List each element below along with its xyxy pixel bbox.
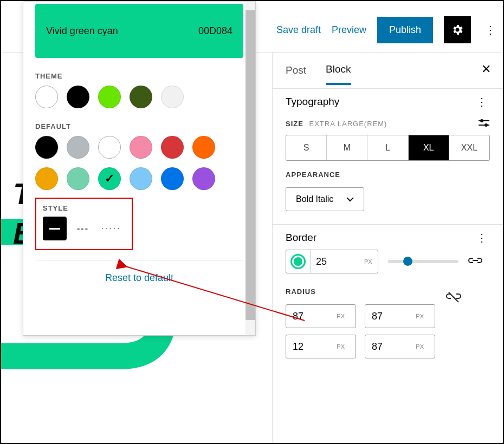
tab-block[interactable]: Block — [326, 63, 351, 85]
border-unit[interactable]: PX — [359, 258, 378, 265]
radius-br-input[interactable] — [371, 341, 398, 353]
default-swatch[interactable] — [67, 167, 89, 190]
default-swatch[interactable] — [161, 136, 184, 159]
border-width-input[interactable] — [310, 250, 359, 273]
slider-thumb[interactable] — [403, 257, 412, 266]
size-option-xl[interactable]: XL — [409, 135, 449, 160]
default-swatches — [35, 136, 243, 190]
default-swatch[interactable] — [192, 136, 215, 159]
border-color-button[interactable] — [290, 254, 306, 269]
color-hex: 00D084 — [198, 25, 232, 37]
color-name: Vivid green cyan — [46, 25, 118, 37]
default-swatch[interactable] — [35, 167, 58, 190]
radius-grid: PX PX PX PX — [286, 304, 435, 358]
radius-tr-input[interactable] — [371, 310, 398, 323]
block-settings-panel: Post Block ✕ Typography ⋮ SIZE EXTRA LAR… — [272, 53, 503, 443]
style-label: STYLE — [43, 204, 125, 212]
sliders-icon — [478, 118, 490, 128]
selected-color-chip[interactable]: Vivid green cyan 00D084 — [35, 4, 243, 58]
link-sides-button[interactable] — [468, 255, 482, 269]
svg-point-1 — [484, 123, 488, 127]
size-option-l[interactable]: L — [367, 135, 408, 160]
default-swatch[interactable] — [192, 167, 215, 190]
more-menu-button[interactable]: ⋮ — [482, 23, 499, 36]
svg-point-0 — [480, 119, 483, 122]
typography-title: Typography — [286, 96, 339, 108]
size-option-m[interactable]: M — [327, 135, 367, 160]
default-swatch[interactable] — [161, 167, 184, 190]
popover-scrollbar-thumb[interactable] — [245, 10, 255, 320]
radius-label: RADIUS — [286, 288, 316, 296]
size-button-group: S M L XL XXL — [286, 135, 490, 161]
appearance-label: APPEARANCE — [286, 171, 340, 179]
appearance-select[interactable]: Bold Italic — [286, 187, 364, 211]
radius-unit[interactable]: PX — [331, 313, 350, 319]
theme-label: THEME — [35, 72, 243, 80]
size-option-s[interactable]: S — [286, 135, 327, 160]
size-label: SIZE — [286, 120, 303, 128]
chevron-down-icon — [346, 197, 354, 202]
size-custom-toggle[interactable] — [478, 118, 490, 129]
border-style-dashed[interactable]: --- — [71, 217, 95, 240]
default-swatch[interactable] — [67, 136, 89, 159]
link-icon — [468, 255, 482, 266]
publish-button[interactable]: Publish — [377, 17, 433, 43]
theme-swatch[interactable] — [35, 86, 58, 108]
reset-row: Reset to default — [35, 260, 243, 296]
border-menu[interactable]: ⋮ — [473, 231, 490, 244]
default-label: DEFAULT — [35, 122, 243, 130]
size-option-xxl[interactable]: XXL — [449, 135, 489, 160]
border-width-slider[interactable] — [388, 260, 458, 263]
default-swatch-selected[interactable] — [98, 167, 121, 190]
theme-swatch[interactable] — [130, 86, 152, 108]
theme-swatch[interactable] — [161, 86, 184, 108]
border-title: Border — [286, 232, 316, 244]
theme-swatch[interactable] — [67, 86, 89, 108]
default-swatch[interactable] — [98, 136, 121, 159]
border-width-control: PX — [286, 250, 378, 273]
theme-swatch[interactable] — [98, 86, 121, 108]
style-section-highlight: STYLE --- ····· — [35, 198, 133, 250]
border-style-dotted[interactable]: ····· — [99, 217, 123, 240]
color-picker-popover: Vivid green cyan 00D084 THEME DEFAULT — [23, 1, 256, 336]
border-style-solid[interactable] — [43, 217, 67, 240]
default-swatch[interactable] — [130, 167, 152, 190]
preview-button[interactable]: Preview — [332, 24, 366, 36]
reset-to-default-button[interactable]: Reset to default — [105, 272, 173, 283]
size-value: EXTRA LARGE(REM) — [309, 120, 387, 128]
close-panel-button[interactable]: ✕ — [481, 62, 491, 76]
default-swatch[interactable] — [130, 136, 152, 159]
unlink-radius-button[interactable] — [446, 291, 461, 306]
unlink-icon — [446, 291, 461, 303]
theme-swatches — [35, 86, 243, 108]
radius-tl-input[interactable] — [292, 310, 319, 323]
typography-menu[interactable]: ⋮ — [473, 95, 490, 108]
typography-section: Typography ⋮ SIZE EXTRA LARGE(REM) S M L — [273, 88, 503, 221]
settings-button[interactable] — [444, 16, 471, 43]
tab-post[interactable]: Post — [286, 64, 306, 84]
default-swatch[interactable] — [35, 136, 58, 159]
radius-bl-input[interactable] — [292, 341, 319, 353]
save-draft-button[interactable]: Save draft — [276, 24, 321, 36]
border-section: Border ⋮ PX RADIUS — [273, 224, 503, 368]
gear-icon — [451, 23, 464, 36]
